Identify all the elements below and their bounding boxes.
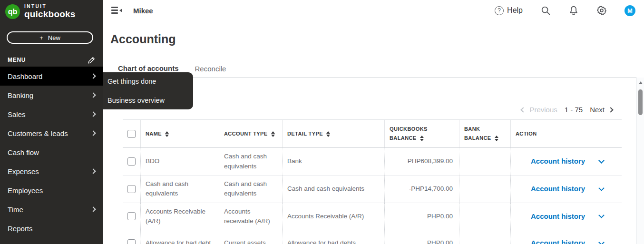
column-header-quickbooks-balance[interactable]: QUICKBOOKS BALANCE	[384, 120, 459, 147]
previous-label: Previous	[529, 106, 557, 114]
main-content: Accounting Chart of accounts Reconcile P…	[103, 21, 636, 244]
table-row: Cash and cash equivalents Cash and cash …	[123, 176, 622, 203]
chevron-down-icon[interactable]	[599, 188, 604, 190]
sidebar-item-employees[interactable]: Employees	[0, 181, 103, 200]
account-history-link[interactable]: Account history	[531, 211, 585, 222]
quickbooks-balance: PHP0.00	[427, 212, 453, 221]
notifications-bell-icon[interactable]	[568, 5, 579, 16]
search-icon[interactable]	[540, 5, 551, 16]
flyout-item-business-overview[interactable]: Business overview	[103, 92, 193, 108]
company-name[interactable]: Mikee	[133, 7, 153, 15]
plus-icon: +	[39, 34, 43, 41]
row-checkbox[interactable]	[127, 212, 136, 220]
select-all-rows-checkbox[interactable]	[127, 130, 136, 138]
new-button-label: New	[48, 34, 60, 41]
column-header-account-type[interactable]: ACCOUNT TYPE	[219, 120, 282, 147]
row-checkbox[interactable]	[127, 157, 136, 166]
sidebar-item-banking[interactable]: Banking	[0, 86, 103, 105]
account-history-link[interactable]: Account history	[531, 184, 585, 195]
detail-type: Bank	[287, 156, 302, 166]
chevron-right-icon	[90, 206, 96, 212]
next-page-button[interactable]: Next	[590, 106, 613, 114]
detail-type: Cash and cash equivalents	[287, 184, 364, 194]
account-type: Cash and cash equivalents	[224, 152, 277, 171]
qb-logo-icon: qb	[5, 4, 20, 19]
new-button[interactable]: + New	[7, 31, 93, 44]
column-header-label: ACCOUNT TYPE	[224, 131, 268, 137]
sidebar-item-cash-flow[interactable]: Cash flow	[0, 143, 103, 162]
collapse-sidebar-icon[interactable]	[111, 7, 123, 14]
account-name: Cash and cash equivalents	[146, 179, 214, 199]
sidebar-item-customers-leads[interactable]: Customers & leads	[0, 124, 103, 143]
sort-icon[interactable]	[326, 131, 330, 137]
chevron-right-icon	[90, 111, 96, 117]
user-avatar[interactable]: M	[624, 5, 635, 16]
sidebar-item-label: Employees	[8, 186, 43, 195]
top-bar: Mikee ? Help M	[103, 0, 644, 21]
detail-type: Accounts Receivable (A/R)	[287, 212, 364, 221]
tab-reconcile[interactable]: Reconcile	[195, 65, 226, 77]
flyout-item-label: Business overview	[107, 97, 165, 104]
chevron-right-icon	[90, 130, 96, 136]
sort-icon[interactable]	[420, 136, 424, 142]
chevron-left-icon	[521, 107, 526, 112]
chevron-right-icon	[90, 168, 96, 174]
table-row: Allowance for bad debt Current assets Al…	[123, 230, 622, 244]
account-history-link[interactable]: Account history	[531, 156, 585, 167]
page-title: Accounting	[110, 32, 176, 46]
row-checkbox[interactable]	[127, 239, 136, 244]
chevron-right-icon	[608, 107, 613, 112]
sort-icon[interactable]	[271, 131, 275, 137]
sidebar-item-dashboard[interactable]: Dashboard	[0, 67, 103, 86]
pagination: Previous 1 - 75 Next	[521, 106, 613, 114]
settings-gear-icon[interactable]	[596, 5, 607, 16]
previous-page-button[interactable]: Previous	[521, 106, 557, 114]
account-name: BDO	[146, 156, 159, 166]
logo-quickbooks-text: quickbooks	[24, 10, 76, 19]
chevron-down-icon[interactable]	[599, 215, 604, 217]
dashboard-flyout-menu: Get things done Business overview	[103, 72, 193, 109]
row-checkbox[interactable]	[127, 185, 136, 193]
table-row: Accounts Receivable (A/R) Accounts recei…	[123, 203, 622, 231]
flyout-item-get-things-done[interactable]: Get things done	[103, 73, 193, 89]
scroll-up-arrow-icon[interactable]	[639, 81, 643, 84]
column-header-action[interactable]: ACTION	[510, 120, 622, 147]
column-header-detail-type[interactable]: DETAIL TYPE	[282, 120, 384, 147]
sidebar-item-sales[interactable]: Sales	[0, 105, 103, 124]
vertical-scrollbar[interactable]	[636, 78, 644, 244]
sidebar-item-label: Expenses	[8, 167, 39, 176]
table-body: BDO Cash and cash equivalents Bank PHP60…	[123, 148, 622, 244]
account-type: Accounts receivable (A/R)	[224, 207, 277, 226]
account-history-link[interactable]: Account history	[531, 238, 585, 244]
chevron-down-icon[interactable]	[599, 160, 604, 163]
help-button[interactable]: ? Help	[495, 6, 523, 15]
scrollbar-thumb[interactable]	[638, 89, 643, 115]
chevron-down-icon[interactable]	[599, 242, 604, 244]
sidebar-item-label: Sales	[8, 110, 26, 118]
sidebar-item-expenses[interactable]: Expenses	[0, 162, 103, 181]
account-type: Cash and cash equivalents	[224, 179, 277, 199]
next-label: Next	[590, 106, 605, 114]
sort-icon[interactable]	[165, 131, 169, 137]
sidebar-nav: Dashboard Banking Sales Customers & lead…	[0, 67, 103, 238]
sidebar-item-label: Dashboard	[8, 72, 42, 80]
sidebar-item-label: Customers & leads	[8, 129, 68, 137]
quickbooks-logo: qb INTUIT quickbooks	[0, 0, 103, 19]
account-type: Current assets	[224, 238, 266, 244]
sidebar-item-reports[interactable]: Reports	[0, 219, 103, 238]
chart-of-accounts-table: NAME ACCOUNT TYPE DETAIL TYPE QUICKBOOKS…	[123, 119, 622, 244]
account-name: Allowance for bad debt	[146, 238, 211, 244]
sidebar-item-label: Time	[8, 205, 23, 214]
help-icon: ?	[495, 6, 504, 15]
detail-type: Allowance for bad debts	[287, 238, 356, 244]
quickbooks-balance: PHP0.00	[427, 238, 453, 244]
column-header-name[interactable]: NAME	[140, 120, 219, 147]
column-header-bank-balance[interactable]: BANK BALANCE	[459, 120, 510, 147]
sidebar-item-label: Reports	[8, 224, 33, 233]
sort-icon[interactable]	[495, 136, 498, 142]
column-header-label: BANK BALANCE	[464, 126, 491, 141]
sidebar-item-label: Banking	[8, 91, 33, 99]
sidebar-item-time[interactable]: Time	[0, 200, 103, 219]
chevron-right-icon	[90, 92, 96, 98]
edit-menu-pencil-icon[interactable]	[88, 56, 96, 64]
